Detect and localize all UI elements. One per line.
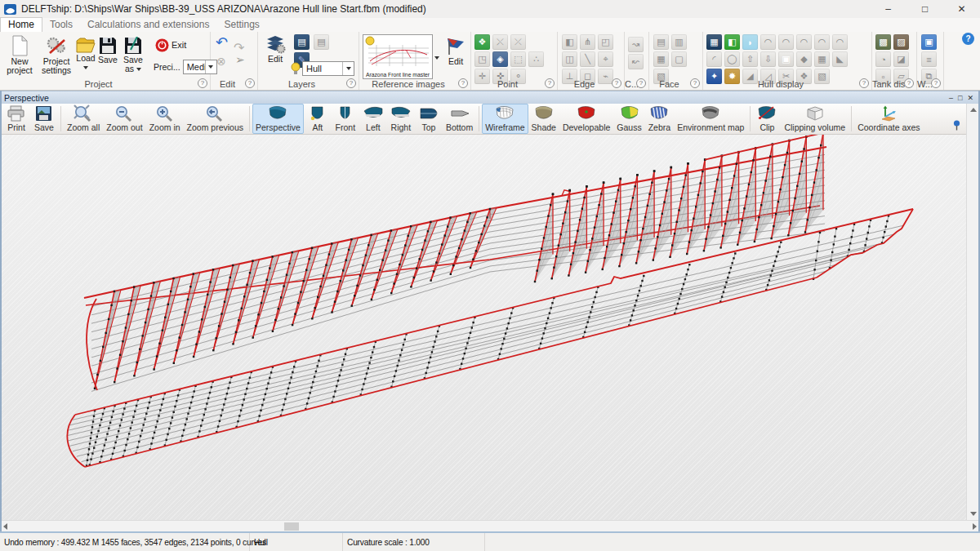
ribbon-tool-icon[interactable]: ▤ xyxy=(653,34,669,50)
wireframe-button[interactable]: Wireframe xyxy=(482,104,528,134)
layer-new-icon[interactable]: ▤ xyxy=(294,34,310,50)
tab-calculations[interactable]: Calculations and extensions xyxy=(80,18,216,32)
ribbon-tool-icon[interactable]: ◣ xyxy=(832,51,848,67)
ribbon-tool-icon[interactable]: ◜ xyxy=(706,51,722,67)
point-help-icon[interactable]: ? xyxy=(545,78,555,88)
exit-button[interactable]: Exit xyxy=(155,38,206,52)
reference-edit-button[interactable]: Edit xyxy=(443,37,469,66)
ribbon-tool-icon[interactable]: ◠ xyxy=(760,34,776,50)
ribbon-tool-icon[interactable]: ▣ xyxy=(778,51,794,67)
layers-edit-button[interactable]: Edit xyxy=(261,34,289,64)
scroll-left-icon[interactable] xyxy=(3,523,7,530)
ribbon-tool-icon[interactable]: ◳ xyxy=(474,51,490,67)
ribbon-tool-icon[interactable]: ∴ xyxy=(528,51,544,67)
save-as-button[interactable]: Save as xyxy=(119,37,147,73)
ribbon-tool-icon[interactable]: ◯ xyxy=(724,51,740,67)
ribbon-tool-icon[interactable]: ▣ xyxy=(921,34,937,50)
ribbon-tool-icon[interactable]: ◠ xyxy=(778,34,794,50)
left-button[interactable]: Left xyxy=(359,104,387,134)
ribbon-tool-icon[interactable]: ⌖ xyxy=(598,51,613,67)
new-project-button[interactable]: New project xyxy=(2,35,37,75)
project-settings-button[interactable]: Project settings xyxy=(38,35,75,75)
save-button[interactable]: Save xyxy=(97,37,118,64)
ribbon-tool-icon[interactable]: ≡ xyxy=(921,51,937,67)
ribbon-tool-icon[interactable]: ▨ xyxy=(893,34,909,50)
pin-icon[interactable] xyxy=(952,120,961,131)
viewport-close-icon[interactable]: ✕ xyxy=(967,92,973,104)
print-button[interactable]: Print xyxy=(2,104,30,134)
ribbon-tool-icon[interactable]: ⋔ xyxy=(580,34,595,50)
ribbon-tool-icon[interactable]: ▩ xyxy=(875,34,891,50)
developable-button[interactable]: Developable xyxy=(559,104,613,134)
tank-help-icon[interactable]: ? xyxy=(904,78,914,88)
zebra-button[interactable]: Zebra xyxy=(645,104,674,134)
zoom-in-button[interactable]: Zoom in xyxy=(146,104,184,134)
top-button[interactable]: Top xyxy=(415,104,443,134)
bottom-button[interactable]: Bottom xyxy=(443,104,476,134)
reference-image-thumbnail[interactable]: Arazona Front line master xyxy=(363,34,433,79)
right-button[interactable]: Right xyxy=(387,104,415,134)
ribbon-tool-icon[interactable]: ⬚ xyxy=(510,51,526,67)
maximize-button[interactable]: □ xyxy=(906,0,943,18)
ribbon-tool-icon[interactable]: ◗ xyxy=(742,34,758,50)
ribbon-tool-icon[interactable]: ▦ xyxy=(706,34,722,50)
save-as-dropdown-icon[interactable] xyxy=(136,68,141,71)
ribbon-tool-icon[interactable]: ╲ xyxy=(580,51,595,67)
load-button[interactable]: Load xyxy=(75,37,96,72)
tab-settings[interactable]: Settings xyxy=(216,18,266,32)
ribbon-tool-icon[interactable]: ❖ xyxy=(474,34,490,50)
ribbon-tool-icon[interactable]: ◧ xyxy=(724,34,740,50)
undo-icon[interactable]: ↶ xyxy=(216,33,228,51)
viewport-maximize-icon[interactable]: □ xyxy=(958,92,962,104)
clipping-volume-button[interactable]: Clipping volume xyxy=(781,104,849,134)
zoom-out-button[interactable]: Zoom out xyxy=(103,104,145,134)
ribbon-tool-icon[interactable]: ▦ xyxy=(653,51,669,67)
ribbon-tool-icon[interactable]: ▥ xyxy=(671,34,687,50)
curve-help-icon[interactable]: ? xyxy=(636,78,646,88)
viewport-caption-bar[interactable]: Perspective – □ ✕ xyxy=(0,91,980,104)
ribbon-tool-icon[interactable]: ◧ xyxy=(562,34,577,50)
zoom-previous-button[interactable]: Zoom previous xyxy=(184,104,247,134)
horizontal-scrollbar[interactable] xyxy=(0,520,980,531)
ribbon-tool-icon[interactable]: ◠ xyxy=(832,34,848,50)
ribbon-tool-icon[interactable]: ⇩ xyxy=(760,51,776,67)
perspective-button[interactable]: Perspective xyxy=(252,104,304,134)
viewport-minimize-icon[interactable]: – xyxy=(949,92,953,104)
select-cursor-icon[interactable]: ➢ xyxy=(235,53,245,66)
active-layer-dropdown-icon[interactable] xyxy=(342,62,354,75)
gauss-button[interactable]: Gauss xyxy=(613,104,644,134)
reference-help-icon[interactable]: ? xyxy=(458,78,468,88)
ribbon-tool-icon[interactable]: ↝ xyxy=(628,37,644,52)
scroll-down-icon[interactable] xyxy=(970,512,977,516)
scroll-up-icon[interactable] xyxy=(970,108,977,112)
minimize-button[interactable]: – xyxy=(870,0,906,18)
reference-dropdown-icon[interactable] xyxy=(434,50,439,64)
coordinate-axes-button[interactable]: Coordinate axes xyxy=(854,104,923,134)
tab-home[interactable]: Home xyxy=(0,17,42,32)
edit-help-icon[interactable]: ? xyxy=(245,78,255,88)
edge-help-icon[interactable]: ? xyxy=(612,78,621,88)
ribbon-tool-icon[interactable]: ◠ xyxy=(796,34,812,50)
project-help-icon[interactable]: ? xyxy=(198,78,207,88)
wireframe-hull-model[interactable] xyxy=(0,135,966,520)
load-dropdown-icon[interactable] xyxy=(83,66,88,69)
environment-map-button[interactable]: Environment map xyxy=(674,104,747,134)
ribbon-tool-icon[interactable]: ⇧ xyxy=(742,51,758,67)
model-canvas[interactable] xyxy=(0,135,966,520)
tab-tools[interactable]: Tools xyxy=(42,18,80,32)
vertical-scrollbar[interactable] xyxy=(966,104,978,520)
ribbon-tool-icon[interactable]: ⤫ xyxy=(510,34,526,50)
shade-button[interactable]: Shade xyxy=(528,104,559,134)
ribbon-tool-icon[interactable]: ◪ xyxy=(893,51,909,67)
help-icon[interactable]: ? xyxy=(962,33,974,45)
active-layer-combobox[interactable]: Hull xyxy=(302,61,354,76)
ribbon-tool-icon[interactable]: ◆ xyxy=(796,51,812,67)
windows-help-icon[interactable]: ? xyxy=(931,78,941,88)
close-button[interactable]: ✕ xyxy=(943,0,980,18)
aft-button[interactable]: Aft xyxy=(304,104,332,134)
layers-help-icon[interactable]: ? xyxy=(346,78,356,88)
ribbon-tool-icon[interactable]: ◫ xyxy=(562,51,577,67)
ribbon-tool-icon[interactable]: ▦ xyxy=(814,51,830,67)
ribbon-tool-icon[interactable]: ⤬ xyxy=(492,34,508,50)
face-help-icon[interactable]: ? xyxy=(690,78,700,88)
